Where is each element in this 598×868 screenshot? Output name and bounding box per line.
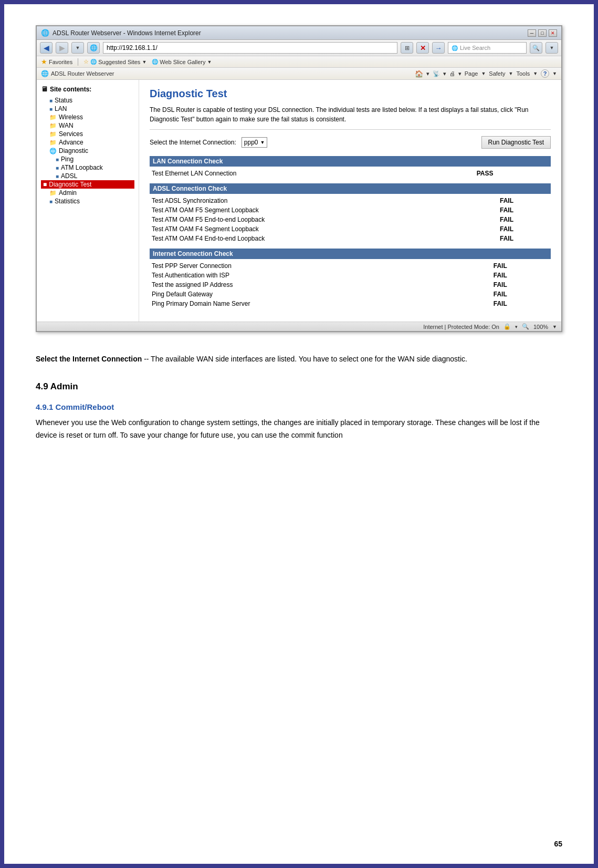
test-name-adsl-sync: Test ADSL Synchronization (150, 196, 498, 205)
navigate-button[interactable]: → (432, 42, 445, 54)
status-text: Internet | Protected Mode: On (423, 324, 499, 330)
rss-icon[interactable]: 📡 (433, 70, 440, 77)
test-name-atm-f5-end: Test ATM OAM F5 End-to-end Loopback (150, 215, 498, 224)
browser-statusbar: Internet | Protected Mode: On 🔒 ▾ 🔍 100%… (37, 322, 561, 331)
address-bar[interactable]: http://192.168.1.1/ (103, 42, 397, 54)
intro-text: The DSL Router is capable of testing you… (150, 105, 551, 130)
sidebar: 🖥 Site contents: ■ Status ■ LAN 📁 Wirele… (37, 80, 139, 322)
sidebar-label-admin: Admin (59, 189, 77, 197)
search-options-button[interactable]: ▼ (545, 42, 558, 54)
stop-button[interactable]: ✕ (416, 42, 429, 54)
sidebar-item-wan[interactable]: 📁 WAN (41, 121, 134, 130)
page-icon-atm: ■ (56, 165, 59, 171)
home-icon[interactable]: 🏠 (415, 70, 423, 78)
run-diagnostic-button[interactable]: Run Diagnostic Test (481, 136, 551, 149)
folder-icon-wan: 📁 (49, 122, 57, 129)
page-icon-lan: ■ (49, 106, 53, 112)
sidebar-item-diagnostic[interactable]: 🌐 Diagnostic (41, 147, 134, 155)
search-bar[interactable]: 🌐 Live Search (448, 42, 527, 54)
test-status-atm-f5-seg: FAIL (498, 205, 551, 215)
test-name-atm-f4-seg: Test ATM OAM F4 Segment Loopback (150, 224, 498, 234)
sidebar-item-ping[interactable]: ■ Ping (41, 155, 134, 163)
site-contents-header: 🖥 Site contents: (41, 85, 134, 93)
table-row: Test Ethernet LAN Connection PASS (150, 169, 551, 178)
refresh-icon[interactable]: ⊞ (401, 42, 413, 54)
favorites-button[interactable]: ★ Favorites (41, 58, 72, 66)
table-row: Test PPP Server Connection FAIL (150, 261, 551, 271)
sidebar-item-status[interactable]: ■ Status (41, 96, 134, 105)
sidebar-label-wireless: Wireless (59, 113, 83, 121)
toolbar-sep3: ▾ (458, 70, 461, 77)
statusbar-right: Internet | Protected Mode: On 🔒 ▾ 🔍 100%… (423, 323, 557, 330)
forward-button[interactable]: ▶ (56, 42, 68, 54)
zoom-dropdown-icon[interactable]: ▼ (552, 324, 557, 329)
browser-title-text: ADSL Router Webserver - Windows Internet… (53, 29, 201, 37)
sidebar-label-wan: WAN (59, 122, 74, 129)
test-name-dns: Ping Primary Domain Name Server (150, 299, 491, 308)
close-button[interactable]: ✕ (549, 29, 557, 37)
select-chevron-icon: ▼ (260, 140, 265, 145)
toolbar-sep1: ▾ (426, 70, 429, 77)
page-icon-adsl: ■ (56, 173, 59, 179)
star-icon: ★ (41, 58, 47, 66)
sidebar-item-adsl[interactable]: ■ ADSL (41, 172, 134, 180)
back-button[interactable]: ◀ (40, 42, 53, 54)
connection-select[interactable]: ppp0 ▼ (242, 137, 268, 148)
connection-label: Select the Internet Connection: (150, 139, 236, 146)
zoom-icon[interactable]: 🔍 (522, 323, 529, 330)
suggested-sites-label: Suggested Sites (98, 59, 140, 65)
browser-window: 🌐 ADSL Router Webserver - Windows Intern… (36, 25, 562, 332)
connection-row: Select the Internet Connection: ppp0 ▼ R… (150, 136, 551, 149)
sidebar-item-diagnostic-test[interactable]: ■ Diagnostic Test (41, 180, 134, 189)
separator (78, 58, 78, 66)
browser-title: 🌐 ADSL Router Webserver - Windows Intern… (41, 29, 201, 37)
sidebar-item-lan[interactable]: ■ LAN (41, 105, 134, 113)
page-icon-status: ■ (49, 98, 53, 104)
ie-suggested-icon: 🌐 (90, 59, 97, 65)
restore-button[interactable]: □ (538, 29, 547, 37)
page-toolbar-right: 🏠 ▾ 📡 ▾ 🖨 ▾ Page ▼ Safety ▼ Tools ▼ ? ▼ (415, 69, 557, 78)
menu-button[interactable]: ▼ (71, 42, 84, 54)
page-toolbar: 🌐 ADSL Router Webserver 🏠 ▾ 📡 ▾ 🖨 ▾ Page… (37, 68, 561, 80)
security-icon: 🔒 (503, 323, 511, 330)
live-search-icon: 🌐 (452, 45, 458, 51)
lan-test-table: Test Ethernet LAN Connection PASS (150, 169, 551, 178)
help-icon[interactable]: ? (541, 69, 549, 78)
sidebar-label-services: Services (59, 130, 83, 138)
table-row: Ping Default Gateway FAIL (150, 290, 551, 299)
ie-logo: 🌐 (87, 42, 100, 54)
page-menu[interactable]: Page (465, 70, 478, 77)
table-row: Test ATM OAM F4 End-to-end Loopback FAIL (150, 234, 551, 243)
tools-menu[interactable]: Tools (516, 70, 530, 77)
page-title-area: 🌐 ADSL Router Webserver (41, 70, 114, 77)
sidebar-label-diagnostic-test: Diagnostic Test (49, 181, 91, 188)
favorites-bar: ★ Favorites ☆ 🌐 Suggested Sites ▼ 🌐 Web … (37, 56, 561, 68)
search-button[interactable]: 🔍 (530, 42, 542, 54)
safety-menu[interactable]: Safety (489, 70, 505, 77)
folder-icon-wireless: 📁 (49, 114, 57, 121)
sidebar-item-admin[interactable]: 📁 Admin (41, 189, 134, 197)
web-slice-gallery-button[interactable]: 🌐 Web Slice Gallery ▼ (152, 59, 212, 65)
sidebar-label-lan: LAN (55, 105, 67, 112)
browser-icon: 🌐 (41, 29, 49, 37)
test-name-ppp: Test PPP Server Connection (150, 261, 491, 271)
zoom-chevron: ▾ (515, 324, 518, 329)
suggested-sites-button[interactable]: ☆ 🌐 Suggested Sites ▼ (83, 58, 146, 65)
test-status-dns: FAIL (491, 299, 551, 308)
test-name-auth: Test Authentication with ISP (150, 271, 491, 280)
internet-section-header: Internet Connection Check (150, 249, 551, 259)
document-content: Select the Internet Connection -- The av… (36, 348, 562, 460)
sidebar-item-services[interactable]: 📁 Services (41, 130, 134, 138)
sidebar-item-statistics[interactable]: ■ Statistics (41, 197, 134, 205)
sidebar-item-atm-loopback[interactable]: ■ ATM Loopback (41, 163, 134, 172)
adsl-section-header: ADSL Connection Check (150, 183, 551, 194)
minimize-button[interactable]: ─ (528, 29, 536, 37)
test-status-ping-gw: FAIL (491, 290, 551, 299)
monitor-icon: 🖥 (41, 85, 48, 93)
page-heading: Diagnostic Test (150, 88, 551, 100)
folder-icon-admin: 📁 (49, 190, 57, 197)
sidebar-item-advance[interactable]: 📁 Advance (41, 138, 134, 147)
sidebar-item-wireless[interactable]: 📁 Wireless (41, 113, 134, 121)
test-status-atm-f5-end: FAIL (498, 215, 551, 224)
print-icon[interactable]: 🖨 (449, 70, 455, 77)
